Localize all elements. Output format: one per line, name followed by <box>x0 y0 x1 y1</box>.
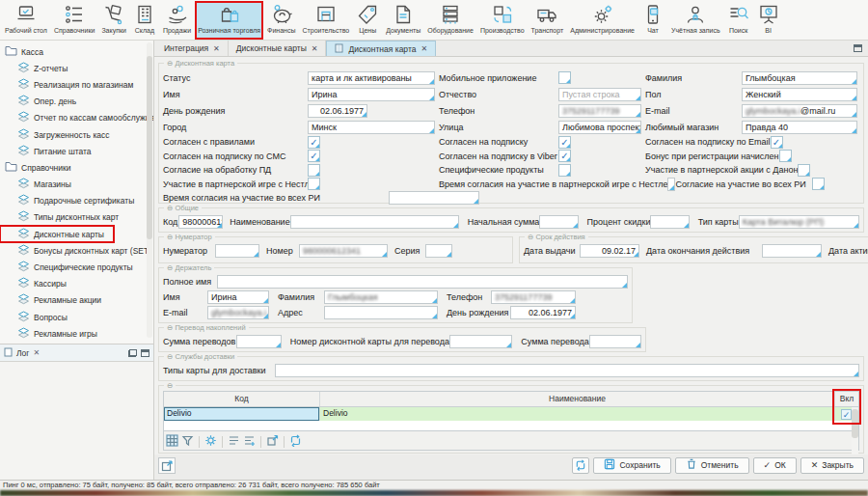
fav-store-input[interactable]: Правда 40 <box>742 121 857 134</box>
sidebar-scrollbar[interactable] <box>147 42 152 338</box>
tab-close-icon[interactable]: ✕ <box>420 44 427 53</box>
full-name-input[interactable] <box>217 275 628 289</box>
common-name-input[interactable] <box>290 215 459 229</box>
cancel-button[interactable]: Отменить <box>675 457 749 474</box>
street-input[interactable]: Любимова проспект <box>558 121 641 134</box>
tab-discount-cards[interactable]: Дисконтные карты✕ <box>229 41 327 56</box>
status-input[interactable]: карта и лк активированы <box>308 71 435 85</box>
toolbar-item-retail[interactable]: Розничная торговля <box>195 1 263 40</box>
toolbar-item-directories[interactable]: Справочники <box>51 1 97 40</box>
section-title[interactable]: ⊖ Держатель <box>164 263 214 272</box>
patronymic-input[interactable]: Пустая строка <box>558 88 641 101</box>
danon-checkbox[interactable] <box>798 164 810 177</box>
section-title[interactable]: ⊖ Перевод накоплений <box>164 323 249 332</box>
numerator-input[interactable] <box>215 244 259 258</box>
agree-pd-checkbox[interactable] <box>308 164 320 177</box>
table-scrollbar-thumb[interactable] <box>852 409 858 438</box>
settings-gear-icon[interactable] <box>204 434 217 449</box>
series-input[interactable] <box>425 244 452 258</box>
tree-item-oper-den[interactable]: Опер. день <box>0 94 153 110</box>
tree-item-specificheskie[interactable]: Специфические продукты <box>0 259 153 275</box>
log-undock-icon[interactable] <box>128 349 137 357</box>
tree-item-zagruzhennost[interactable]: Загруженность касс <box>0 126 153 143</box>
tree-item-diskontnye-karty[interactable]: Дисконтные карты <box>0 226 114 242</box>
mobile-app-checkbox[interactable] <box>558 71 571 84</box>
holder-name-input[interactable]: Ирина <box>207 290 269 304</box>
open-editor-icon[interactable] <box>158 457 176 474</box>
section-title[interactable]: ⊖ Общие <box>164 204 202 212</box>
toolbar-item-transport[interactable]: Транспорт <box>529 1 567 40</box>
toolbar-item-warehouse[interactable]: Склад <box>130 1 159 40</box>
holder-birthday-input[interactable]: 02.06.1977 <box>510 306 576 319</box>
gender-input[interactable]: Женский <box>742 88 857 101</box>
panel-maximize-icon[interactable] <box>854 44 862 52</box>
specific-checkbox[interactable] <box>558 164 571 177</box>
column-header-name[interactable]: Наименование <box>320 392 835 406</box>
save-button[interactable]: Сохранить <box>593 457 670 474</box>
column-header-code[interactable]: Код <box>164 392 320 406</box>
issue-date-input[interactable]: 09.02.17 <box>580 244 639 258</box>
sync-icon[interactable] <box>289 434 302 449</box>
tab-discount-card[interactable]: Дисконтная карта✕ <box>326 41 436 56</box>
sum-transfers-input[interactable] <box>236 335 282 348</box>
cell-name[interactable]: Delivio <box>320 407 835 421</box>
nestle-time-input[interactable] <box>667 178 675 191</box>
sidebar-scrollbar-thumb[interactable] <box>147 56 152 239</box>
holder-address-input[interactable] <box>324 306 438 319</box>
enabled-checkbox[interactable] <box>841 409 852 420</box>
tree-item-otchet-kassy[interactable]: Отчет по кассам самообслуживан <box>0 110 153 126</box>
bonus-checkbox[interactable] <box>779 150 792 162</box>
toolbar-item-documents[interactable]: Документы <box>383 1 423 40</box>
table-grid-icon[interactable] <box>166 434 178 449</box>
tree-item-bonusy[interactable]: Бонусы дисконтных карт (SET) <box>0 242 153 259</box>
toolbar-item-sales[interactable]: Продажи <box>160 1 194 40</box>
holder-surname-input[interactable]: Глымбоцкая <box>324 290 438 304</box>
tree-item-spravochniki[interactable]: Справочники <box>0 159 153 176</box>
all-ri-checkbox[interactable] <box>812 178 825 190</box>
log-maximize-icon[interactable] <box>141 349 149 357</box>
toolbar-item-chat[interactable]: Чат <box>638 1 667 40</box>
tab-integration[interactable]: Интеграция✕ <box>156 41 229 56</box>
list-icon[interactable] <box>228 434 240 449</box>
tree-item-kassiry[interactable]: Кассиры <box>0 276 153 292</box>
toolbar-item-equipment[interactable]: Оборудование <box>424 1 476 40</box>
tree-item-magaziny[interactable]: Магазины <box>0 177 153 193</box>
toolbar-item-account[interactable]: Учётная запись <box>668 1 723 40</box>
section-title[interactable]: ⊖ Срок действия <box>525 233 588 241</box>
agree-sms-checkbox[interactable] <box>308 150 320 162</box>
agree-sub-checkbox[interactable] <box>558 136 571 149</box>
tree-item-pitanie[interactable]: Питание штата <box>0 143 153 159</box>
tree-item-igry[interactable]: Рекламные игры <box>0 325 153 342</box>
ok-button[interactable]: ✓ОК <box>753 457 797 474</box>
all-ri-time-input[interactable] <box>389 191 479 205</box>
tree-item-z-reports[interactable]: Z-отчеты <box>0 60 153 76</box>
column-header-enabled[interactable]: Вкл <box>835 392 858 406</box>
sum-transfer-input[interactable] <box>589 335 641 348</box>
birthday-input[interactable]: 02.06.1977 <box>308 104 367 118</box>
surname-input[interactable]: Глымбоцкая <box>742 71 857 85</box>
toolbar-item-administration[interactable]: Администрирование <box>567 1 637 40</box>
section-title[interactable]: ⊖ <box>164 381 176 390</box>
toolbar-item-construction[interactable]: Строительство <box>299 1 352 40</box>
discount-input[interactable] <box>650 215 689 229</box>
toolbar-item-desktop[interactable]: Рабочий стол <box>2 1 50 40</box>
tree-item-sertifikaty[interactable]: Подарочные сертификаты <box>0 193 153 209</box>
tree-item-akcii[interactable]: Рекламные акции <box>0 292 153 309</box>
card-type-input[interactable]: Карта Виталюр (РП) <box>739 215 859 229</box>
toolbar-item-bi[interactable]: BI <box>754 1 783 40</box>
nestle-checkbox[interactable] <box>308 178 320 190</box>
tree-item-kassa[interactable]: Касса <box>0 43 153 60</box>
transfer-card-number-input[interactable] <box>449 335 512 348</box>
agree-viber-checkbox[interactable] <box>558 150 571 162</box>
phone-input[interactable]: 375291177739 <box>558 104 641 118</box>
export-icon[interactable] <box>266 434 279 449</box>
section-title[interactable]: ⊖ Службы доставки <box>164 352 237 361</box>
expire-date-input[interactable] <box>762 244 822 258</box>
section-title[interactable]: ⊖ Нумератор <box>164 233 215 241</box>
city-input[interactable]: Минск <box>308 121 435 134</box>
tab-close-icon[interactable]: ✕ <box>213 44 220 53</box>
name-input[interactable]: Ирина <box>308 88 435 101</box>
toolbar-item-finance[interactable]: Финансы <box>264 1 298 40</box>
log-tab-label[interactable]: Лог <box>16 348 29 358</box>
tab-close-icon[interactable]: ✕ <box>312 44 318 53</box>
